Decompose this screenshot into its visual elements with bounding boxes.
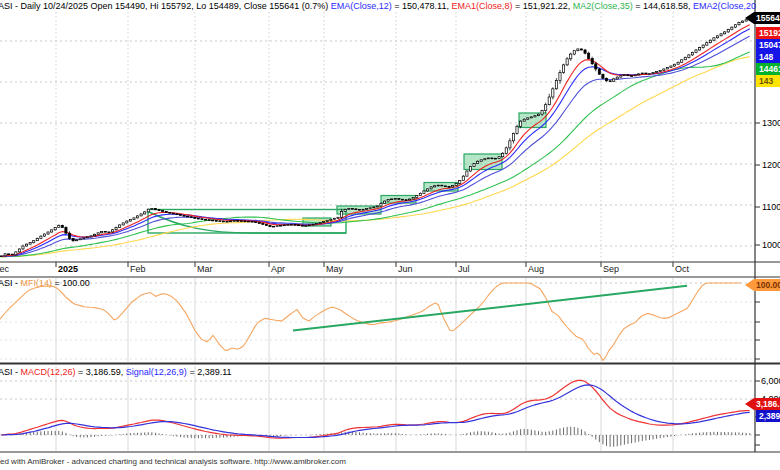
title-segment: ASI -	[0, 367, 21, 377]
price-value-label: 148	[756, 51, 780, 63]
date-axis-label: May	[326, 264, 343, 274]
date-axis-label: Jul	[458, 264, 470, 274]
price-pane[interactable]	[0, 0, 755, 262]
title-segment: ASI -	[0, 278, 21, 288]
title-segment: Signal(12,26,9)	[126, 367, 187, 377]
date-axis-label: Sep	[603, 264, 619, 274]
price-pane-title: ASI - Daily 10/24/2025 Open 154490, Hi 1…	[0, 1, 756, 11]
title-segment: = 151,921.22,	[512, 1, 572, 11]
title-segment: ASI - Daily 10/24/2025 Open 154490, Hi 1…	[0, 1, 331, 11]
chart-canvas	[0, 0, 780, 470]
price-axis-label: 110000	[762, 202, 780, 212]
date-axis-label: Dec	[0, 264, 9, 274]
price-axis-label: 120000	[762, 160, 780, 170]
footer-credit: ed with AmiBroker - advanced charting an…	[0, 457, 346, 466]
macd-pane-title: ASI - MACD(12,26) = 3,186.59, Signal(12,…	[0, 367, 232, 377]
mfi-pane-title: ASI - MFI(14) = 100.00	[0, 278, 90, 288]
date-axis-label: Jun	[398, 264, 413, 274]
title-segment: MA2(Close,35)	[573, 1, 633, 11]
price-value-label: 143	[756, 75, 780, 87]
date-axis-label: 2025	[58, 264, 78, 274]
title-segment: EMA2(Close,20	[693, 1, 756, 11]
date-axis-label: Mar	[197, 264, 213, 274]
price-axis-label: 130000	[762, 118, 780, 128]
price-value-label: 151921	[756, 27, 780, 39]
title-segment: = 100.00	[52, 278, 90, 288]
price-axis-label: 100000	[762, 240, 780, 250]
macd-axis-label: 6,000	[761, 376, 780, 386]
macd-pane[interactable]	[0, 364, 755, 452]
title-segment: MACD(12,26)	[21, 367, 76, 377]
title-segment: = 2,389.11	[187, 367, 232, 377]
title-segment: MFI(14)	[21, 278, 53, 288]
date-axis-label: Feb	[130, 264, 146, 274]
date-axis-label: Oct	[675, 264, 689, 274]
price-value-label: 144618	[756, 63, 780, 75]
title-segment: = 144,618.58,	[633, 1, 693, 11]
title-segment: = 3,186.59,	[76, 367, 126, 377]
title-segment: EMA(Close,12)	[331, 1, 392, 11]
mfi-pane[interactable]	[0, 277, 755, 363]
macd-value-label: 2,389.11	[756, 410, 780, 422]
title-segment: EMA1(Close,8)	[451, 1, 512, 11]
amibroker-chart-window: ASI - Daily 10/24/2025 Open 154490, Hi 1…	[0, 0, 780, 470]
price-value-label: 150478	[756, 39, 780, 51]
date-axis-label: Apr	[271, 264, 285, 274]
date-axis-label: Aug	[528, 264, 544, 274]
title-segment: = 150,478.11,	[392, 1, 452, 11]
